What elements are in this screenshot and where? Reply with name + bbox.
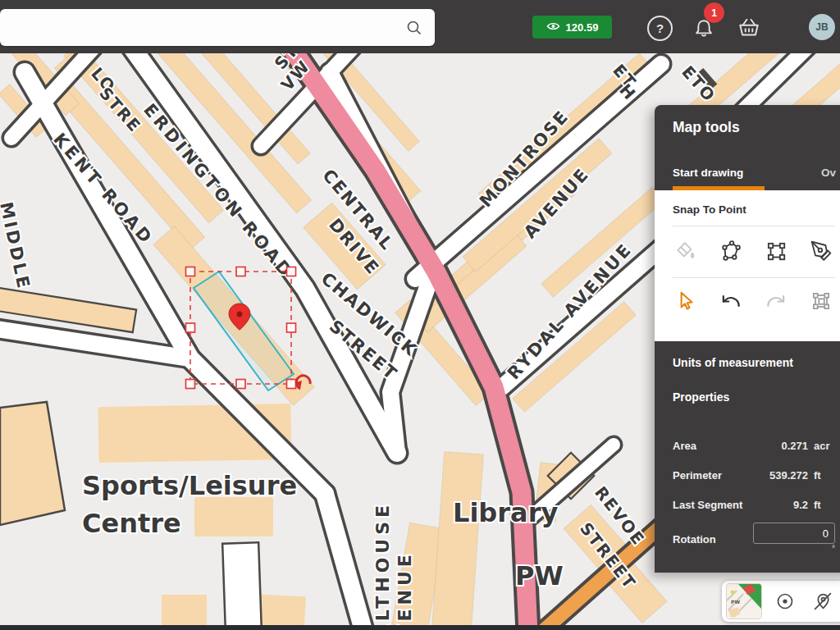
handle-bottom-right[interactable] (287, 380, 296, 389)
credits-value: 120.59 (566, 21, 599, 34)
search-input[interactable] (0, 21, 400, 34)
pen-tool-icon[interactable] (808, 238, 834, 264)
transform-tool-icon[interactable] (808, 288, 834, 314)
credits-eye-icon (546, 21, 560, 34)
perimeter-label: Perimeter (673, 469, 748, 482)
panel-header: Map tools Start drawing Ov (655, 105, 840, 190)
divider (673, 277, 835, 278)
area-unit: acr (814, 440, 835, 452)
snap-to-point-label: Snap To Point (673, 203, 835, 216)
top-bar: 120.59 ? 1 JB (0, 0, 840, 53)
tool-row-1 (673, 238, 835, 264)
handle-bottom-left[interactable] (186, 380, 195, 389)
property-row-last-segment: Last Segment 9.2 ft (673, 499, 835, 511)
tab-start-drawing[interactable]: Start drawing (673, 167, 743, 179)
handle-top-right[interactable] (287, 267, 296, 276)
last-segment-unit: ft (814, 499, 835, 511)
search-icon[interactable] (400, 14, 428, 42)
map-label: Centre (82, 508, 181, 539)
divider (673, 226, 835, 226)
handle-bottom-mid[interactable] (236, 380, 245, 389)
rotation-label: Rotation (673, 533, 748, 546)
perimeter-unit: ft (814, 469, 835, 482)
properties-header[interactable]: Properties (673, 390, 835, 404)
avatar[interactable]: JB (809, 14, 835, 40)
undo-icon[interactable] (718, 288, 744, 314)
handle-mid-right[interactable] (287, 323, 296, 332)
tool-row-2 (673, 288, 835, 314)
handle-top-left[interactable] (186, 267, 195, 276)
map-label: Library (453, 497, 558, 528)
help-icon[interactable]: ? (647, 16, 673, 41)
map-label: PW (515, 560, 564, 591)
svg-text:PW: PW (731, 599, 740, 605)
units-of-measurement-header[interactable]: Units of measurement (673, 356, 835, 369)
hide-pins-icon[interactable] (808, 587, 836, 615)
redo-icon[interactable] (763, 288, 789, 314)
basket-icon[interactable] (736, 15, 762, 40)
search-box[interactable] (0, 9, 435, 46)
property-row-perimeter: Perimeter 539.272 ft (673, 469, 835, 482)
area-label: Area (673, 440, 748, 452)
panel-title: Map tools (655, 105, 840, 136)
select-cursor-tool-icon[interactable] (673, 288, 699, 314)
bottom-bar (0, 625, 840, 630)
property-row-area: Area 0.271 acr (673, 440, 835, 452)
tab-overlays[interactable]: Ov (821, 167, 836, 179)
area-value: 0.271 (748, 440, 808, 452)
panel-lower-section: Units of measurement Properties Area 0.2… (655, 341, 840, 573)
drawing-tools-section: Snap To Point (655, 190, 840, 341)
handle-top-mid[interactable] (236, 267, 245, 276)
draw-polygon-tool-icon[interactable] (718, 238, 744, 264)
rotation-degree-unit: ° (832, 544, 835, 553)
handle-mid-left[interactable] (186, 323, 195, 332)
basemap-thumbnail[interactable]: PW (726, 583, 762, 619)
notification-badge: 1 (704, 2, 724, 23)
last-segment-value: 9.2 (748, 499, 808, 511)
map-label: Sports/Leisure (82, 470, 297, 501)
map-mini-toolbar: PW (722, 581, 840, 622)
perimeter-value: 539.272 (748, 469, 808, 482)
draw-rectangle-tool-icon[interactable] (763, 238, 789, 264)
map-tools-panel: Map tools Start drawing Ov Snap To Point (655, 105, 840, 573)
credits-badge[interactable]: 120.59 (532, 16, 612, 39)
rotation-input[interactable] (753, 523, 835, 544)
map-label: SALTHOUSE (372, 501, 393, 630)
map-label: AVENUE (395, 550, 415, 630)
fill-tool-icon[interactable] (673, 238, 699, 264)
last-segment-label: Last Segment (673, 499, 748, 511)
property-row-rotation: Rotation ° (673, 523, 835, 556)
center-location-icon[interactable] (771, 587, 799, 615)
